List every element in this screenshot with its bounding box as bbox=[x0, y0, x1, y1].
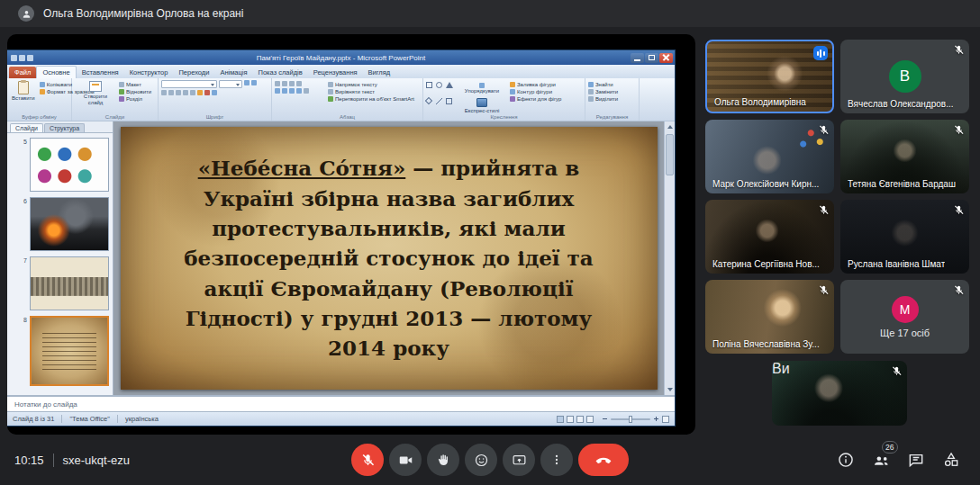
presenting-banner-text: Ольга Володимирівна Орлова на екрані bbox=[43, 7, 243, 20]
info-icon bbox=[837, 451, 855, 469]
reset-button: Відновити bbox=[119, 89, 151, 94]
call-controls bbox=[351, 444, 629, 476]
tab-review: Рецензування bbox=[308, 67, 363, 78]
chat-button[interactable] bbox=[905, 449, 927, 471]
mic-off-icon bbox=[953, 284, 965, 296]
shadow-icon bbox=[190, 90, 195, 95]
align-right-icon bbox=[289, 88, 295, 94]
more-participants-label: Ще 17 осіб bbox=[880, 328, 930, 338]
more-options-button[interactable] bbox=[540, 444, 573, 476]
mic-off-icon bbox=[360, 453, 376, 468]
participant-tile-ruslana[interactable]: Руслана Іванівна Шмат bbox=[840, 200, 969, 274]
select-icon bbox=[588, 96, 594, 102]
people-icon bbox=[872, 451, 891, 470]
numbering-icon bbox=[282, 81, 287, 86]
mic-toggle-button[interactable] bbox=[351, 444, 384, 476]
smartart-button: Перетворити на об'єкт SmartArt bbox=[328, 96, 418, 103]
thumbnail-current-slide bbox=[30, 316, 109, 386]
presenting-banner: Ольга Володимирівна Орлова на екрані bbox=[0, 0, 980, 27]
slide-counter: Слайд 8 із 31 bbox=[13, 415, 54, 423]
participant-name: Поліна Вячеславівна Зу... bbox=[712, 339, 820, 349]
meeting-details-button[interactable] bbox=[835, 449, 857, 471]
slide-thumbnail: 6 bbox=[7, 197, 109, 251]
slide-title: «Небе́сна Со́тня» bbox=[198, 156, 406, 180]
slide-thumbnail-selected: 8 bbox=[7, 316, 109, 386]
participant-tile-mark[interactable]: Марк Олексійович Кирн... bbox=[705, 120, 834, 193]
participant-tile-vyacheslav[interactable]: В Вячеслав Олександров... bbox=[840, 40, 969, 113]
select-button: Виділити bbox=[588, 96, 636, 102]
participant-name: Тетяна Євгенівна Бардаш bbox=[848, 179, 956, 189]
diamond-shape-icon bbox=[425, 96, 432, 103]
reading-view-icon bbox=[576, 416, 584, 423]
text-direction-button: Напрямок тексту bbox=[328, 82, 418, 87]
group-label-clipboard: Буфер обміну bbox=[7, 114, 71, 120]
change-case-icon bbox=[212, 90, 217, 95]
powerpoint-window: Пам'яті Героїв Майдану.pptx - Microsoft … bbox=[7, 50, 675, 426]
shape-effects-button: Ефекти для фігур bbox=[510, 96, 576, 102]
raise-hand-button[interactable] bbox=[427, 444, 459, 476]
tab-design: Конструктор bbox=[124, 67, 174, 78]
zoom-in-icon bbox=[653, 416, 659, 422]
mic-off-icon bbox=[818, 124, 830, 136]
group-label-slides: Слайди bbox=[72, 114, 158, 120]
triangle-shape-icon bbox=[446, 82, 453, 88]
indent-increase-icon bbox=[296, 81, 302, 86]
reactions-button[interactable] bbox=[465, 444, 497, 476]
text-direction-icon bbox=[328, 82, 333, 87]
participant-tile-katerina[interactable]: Катерина Сергіївна Нов... bbox=[705, 200, 834, 274]
bottom-control-bar: 10:15 sxe-ukqt-ezu 26 bbox=[0, 435, 980, 485]
normal-view-icon bbox=[557, 416, 564, 423]
section-button: Розділ bbox=[119, 96, 151, 102]
ribbon-tab-bar: Файл Основне Вставлення Конструктор Пере… bbox=[7, 65, 675, 78]
audio-speaking-indicator bbox=[813, 46, 828, 60]
window-title: Пам'яті Героїв Майдану.pptx - Microsoft … bbox=[7, 54, 675, 62]
meeting-info: 10:15 sxe-ukqt-ezu bbox=[14, 454, 130, 467]
group-label-font: Шрифт bbox=[159, 114, 271, 120]
participant-tile-olga[interactable]: Ольга Володимирівна bbox=[705, 40, 834, 113]
layout-button: Макет bbox=[119, 82, 151, 87]
more-participants-tile[interactable]: М Ще 17 осіб bbox=[840, 280, 969, 354]
outline-tab: Структура bbox=[44, 123, 85, 132]
replace-button: Замінити bbox=[588, 89, 636, 94]
present-screen-button[interactable] bbox=[503, 444, 535, 476]
group-label-drawing: Креслення bbox=[423, 114, 585, 120]
slide-thumbnail: 7 bbox=[7, 256, 109, 310]
participant-tile-polina[interactable]: Поліна Вячеславівна Зу... bbox=[705, 280, 834, 354]
format-painter-icon bbox=[40, 89, 45, 94]
activities-button[interactable] bbox=[940, 449, 962, 471]
ribbon-group-drawing: Упорядкувати Експрес-стилі Заливка фігур… bbox=[423, 78, 585, 121]
mic-off-icon bbox=[953, 124, 965, 136]
participant-tile-tetyana[interactable]: Тетяна Євгенівна Бардаш bbox=[840, 120, 969, 193]
tab-transitions: Переходи bbox=[173, 67, 214, 78]
scroll-down-icon bbox=[667, 388, 673, 391]
self-video-tile[interactable]: Ви bbox=[772, 361, 907, 426]
maximize-button bbox=[645, 53, 658, 63]
shrink-font-icon bbox=[251, 80, 257, 85]
align-center-icon bbox=[282, 88, 287, 94]
replace-icon bbox=[588, 89, 594, 94]
italic-icon bbox=[168, 90, 174, 95]
theme-name: "Тема Office" bbox=[69, 415, 110, 423]
bold-icon bbox=[161, 90, 167, 95]
fit-to-window-icon bbox=[662, 416, 669, 423]
undo-icon bbox=[19, 55, 25, 61]
language-indicator: українська bbox=[125, 415, 159, 423]
shared-screen-tile[interactable]: Пам'яті Героїв Майдану.pptx - Microsoft … bbox=[7, 34, 695, 435]
font-color-icon bbox=[204, 90, 210, 95]
vertical-scrollbar bbox=[664, 121, 675, 395]
camera-toggle-button[interactable] bbox=[389, 444, 422, 476]
slide-thumbnail: 5 bbox=[7, 138, 109, 192]
person-icon bbox=[22, 9, 32, 19]
participants-button[interactable]: 26 bbox=[870, 449, 892, 471]
slide-sorter-icon bbox=[567, 416, 574, 423]
end-call-button[interactable] bbox=[578, 444, 629, 476]
more-options-icon bbox=[549, 453, 564, 467]
smiley-icon bbox=[474, 453, 489, 468]
ribbon-group-font: Шрифт bbox=[159, 78, 272, 121]
indent-decrease-icon bbox=[289, 81, 295, 86]
columns-icon bbox=[304, 88, 309, 94]
layout-icon bbox=[119, 82, 124, 87]
group-label-paragraph: Абзац bbox=[272, 114, 422, 120]
find-button: Знайти bbox=[588, 82, 636, 87]
participant-name: Руслана Іванівна Шмат bbox=[848, 259, 945, 269]
